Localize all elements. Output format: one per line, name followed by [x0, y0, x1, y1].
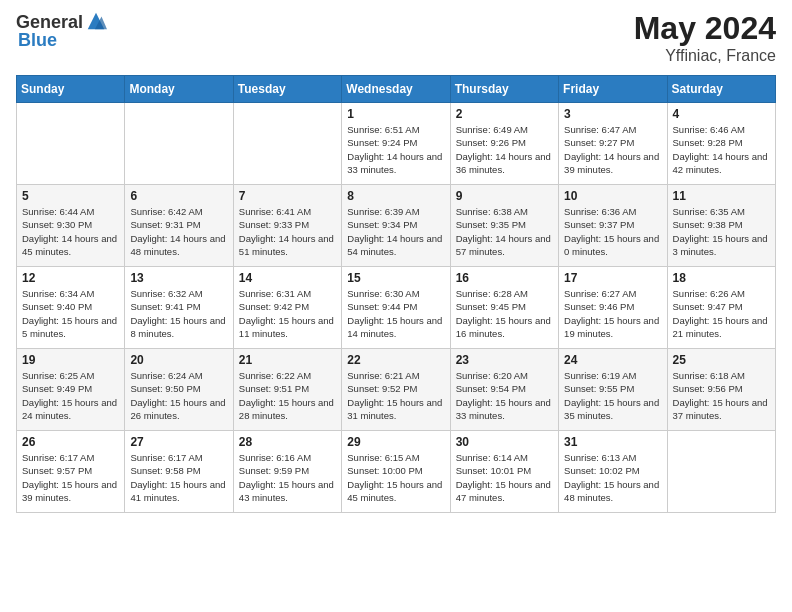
cell-date-number: 12: [22, 271, 119, 285]
cell-info: Sunrise: 6:38 AMSunset: 9:35 PMDaylight:…: [456, 205, 553, 258]
calendar-cell: [233, 103, 341, 185]
calendar-cell: 16Sunrise: 6:28 AMSunset: 9:45 PMDayligh…: [450, 267, 558, 349]
cell-date-number: 8: [347, 189, 444, 203]
cell-info: Sunrise: 6:24 AMSunset: 9:50 PMDaylight:…: [130, 369, 227, 422]
cell-date-number: 24: [564, 353, 661, 367]
calendar-cell: 19Sunrise: 6:25 AMSunset: 9:49 PMDayligh…: [17, 349, 125, 431]
cell-date-number: 27: [130, 435, 227, 449]
calendar-cell: 1Sunrise: 6:51 AMSunset: 9:24 PMDaylight…: [342, 103, 450, 185]
weekday-header-sunday: Sunday: [17, 76, 125, 103]
cell-date-number: 21: [239, 353, 336, 367]
calendar-cell: [125, 103, 233, 185]
cell-info: Sunrise: 6:36 AMSunset: 9:37 PMDaylight:…: [564, 205, 661, 258]
calendar-cell: 15Sunrise: 6:30 AMSunset: 9:44 PMDayligh…: [342, 267, 450, 349]
logo-blue-text: Blue: [18, 30, 57, 51]
cell-info: Sunrise: 6:17 AMSunset: 9:57 PMDaylight:…: [22, 451, 119, 504]
cell-date-number: 1: [347, 107, 444, 121]
cell-date-number: 13: [130, 271, 227, 285]
cell-info: Sunrise: 6:20 AMSunset: 9:54 PMDaylight:…: [456, 369, 553, 422]
cell-info: Sunrise: 6:35 AMSunset: 9:38 PMDaylight:…: [673, 205, 770, 258]
location-title: Yffiniac, France: [634, 47, 776, 65]
calendar-cell: 18Sunrise: 6:26 AMSunset: 9:47 PMDayligh…: [667, 267, 775, 349]
calendar-cell: 8Sunrise: 6:39 AMSunset: 9:34 PMDaylight…: [342, 185, 450, 267]
calendar-cell: 2Sunrise: 6:49 AMSunset: 9:26 PMDaylight…: [450, 103, 558, 185]
cell-info: Sunrise: 6:26 AMSunset: 9:47 PMDaylight:…: [673, 287, 770, 340]
cell-info: Sunrise: 6:44 AMSunset: 9:30 PMDaylight:…: [22, 205, 119, 258]
weekday-header-tuesday: Tuesday: [233, 76, 341, 103]
cell-info: Sunrise: 6:51 AMSunset: 9:24 PMDaylight:…: [347, 123, 444, 176]
calendar-cell: 29Sunrise: 6:15 AMSunset: 10:00 PMDaylig…: [342, 431, 450, 513]
logo-icon: [85, 10, 107, 32]
calendar-cell: 23Sunrise: 6:20 AMSunset: 9:54 PMDayligh…: [450, 349, 558, 431]
calendar-cell: 4Sunrise: 6:46 AMSunset: 9:28 PMDaylight…: [667, 103, 775, 185]
cell-info: Sunrise: 6:15 AMSunset: 10:00 PMDaylight…: [347, 451, 444, 504]
calendar-cell: 6Sunrise: 6:42 AMSunset: 9:31 PMDaylight…: [125, 185, 233, 267]
calendar-cell: 7Sunrise: 6:41 AMSunset: 9:33 PMDaylight…: [233, 185, 341, 267]
cell-info: Sunrise: 6:49 AMSunset: 9:26 PMDaylight:…: [456, 123, 553, 176]
calendar-cell: 21Sunrise: 6:22 AMSunset: 9:51 PMDayligh…: [233, 349, 341, 431]
cell-info: Sunrise: 6:22 AMSunset: 9:51 PMDaylight:…: [239, 369, 336, 422]
weekday-header-friday: Friday: [559, 76, 667, 103]
cell-date-number: 25: [673, 353, 770, 367]
cell-date-number: 23: [456, 353, 553, 367]
calendar-cell: 3Sunrise: 6:47 AMSunset: 9:27 PMDaylight…: [559, 103, 667, 185]
cell-info: Sunrise: 6:30 AMSunset: 9:44 PMDaylight:…: [347, 287, 444, 340]
cell-info: Sunrise: 6:27 AMSunset: 9:46 PMDaylight:…: [564, 287, 661, 340]
calendar-cell: 31Sunrise: 6:13 AMSunset: 10:02 PMDaylig…: [559, 431, 667, 513]
cell-date-number: 22: [347, 353, 444, 367]
cell-date-number: 9: [456, 189, 553, 203]
cell-date-number: 26: [22, 435, 119, 449]
calendar-cell: 20Sunrise: 6:24 AMSunset: 9:50 PMDayligh…: [125, 349, 233, 431]
calendar-cell: 17Sunrise: 6:27 AMSunset: 9:46 PMDayligh…: [559, 267, 667, 349]
cell-date-number: 6: [130, 189, 227, 203]
cell-info: Sunrise: 6:42 AMSunset: 9:31 PMDaylight:…: [130, 205, 227, 258]
calendar-cell: 13Sunrise: 6:32 AMSunset: 9:41 PMDayligh…: [125, 267, 233, 349]
cell-date-number: 29: [347, 435, 444, 449]
calendar-cell: 24Sunrise: 6:19 AMSunset: 9:55 PMDayligh…: [559, 349, 667, 431]
cell-date-number: 4: [673, 107, 770, 121]
calendar-cell: 5Sunrise: 6:44 AMSunset: 9:30 PMDaylight…: [17, 185, 125, 267]
cell-date-number: 16: [456, 271, 553, 285]
calendar-cell: 10Sunrise: 6:36 AMSunset: 9:37 PMDayligh…: [559, 185, 667, 267]
calendar-cell: 14Sunrise: 6:31 AMSunset: 9:42 PMDayligh…: [233, 267, 341, 349]
cell-info: Sunrise: 6:13 AMSunset: 10:02 PMDaylight…: [564, 451, 661, 504]
cell-info: Sunrise: 6:17 AMSunset: 9:58 PMDaylight:…: [130, 451, 227, 504]
week-row-1: 1Sunrise: 6:51 AMSunset: 9:24 PMDaylight…: [17, 103, 776, 185]
weekday-header-row: SundayMondayTuesdayWednesdayThursdayFrid…: [17, 76, 776, 103]
page: General Blue May 2024 Yffiniac, France S…: [0, 0, 792, 612]
cell-info: Sunrise: 6:34 AMSunset: 9:40 PMDaylight:…: [22, 287, 119, 340]
calendar-table: SundayMondayTuesdayWednesdayThursdayFrid…: [16, 75, 776, 513]
calendar-cell: 22Sunrise: 6:21 AMSunset: 9:52 PMDayligh…: [342, 349, 450, 431]
calendar-cell: 26Sunrise: 6:17 AMSunset: 9:57 PMDayligh…: [17, 431, 125, 513]
cell-date-number: 20: [130, 353, 227, 367]
calendar-cell: 25Sunrise: 6:18 AMSunset: 9:56 PMDayligh…: [667, 349, 775, 431]
cell-date-number: 28: [239, 435, 336, 449]
week-row-2: 5Sunrise: 6:44 AMSunset: 9:30 PMDaylight…: [17, 185, 776, 267]
weekday-header-saturday: Saturday: [667, 76, 775, 103]
cell-info: Sunrise: 6:21 AMSunset: 9:52 PMDaylight:…: [347, 369, 444, 422]
calendar-cell: [667, 431, 775, 513]
cell-date-number: 31: [564, 435, 661, 449]
cell-date-number: 19: [22, 353, 119, 367]
calendar-cell: 12Sunrise: 6:34 AMSunset: 9:40 PMDayligh…: [17, 267, 125, 349]
weekday-header-thursday: Thursday: [450, 76, 558, 103]
cell-date-number: 5: [22, 189, 119, 203]
calendar-cell: 30Sunrise: 6:14 AMSunset: 10:01 PMDaylig…: [450, 431, 558, 513]
calendar-cell: [17, 103, 125, 185]
cell-date-number: 10: [564, 189, 661, 203]
cell-info: Sunrise: 6:41 AMSunset: 9:33 PMDaylight:…: [239, 205, 336, 258]
calendar-cell: 27Sunrise: 6:17 AMSunset: 9:58 PMDayligh…: [125, 431, 233, 513]
calendar-cell: 11Sunrise: 6:35 AMSunset: 9:38 PMDayligh…: [667, 185, 775, 267]
header: General Blue May 2024 Yffiniac, France: [16, 10, 776, 65]
cell-date-number: 14: [239, 271, 336, 285]
week-row-3: 12Sunrise: 6:34 AMSunset: 9:40 PMDayligh…: [17, 267, 776, 349]
cell-info: Sunrise: 6:39 AMSunset: 9:34 PMDaylight:…: [347, 205, 444, 258]
weekday-header-wednesday: Wednesday: [342, 76, 450, 103]
week-row-4: 19Sunrise: 6:25 AMSunset: 9:49 PMDayligh…: [17, 349, 776, 431]
cell-date-number: 17: [564, 271, 661, 285]
cell-date-number: 2: [456, 107, 553, 121]
cell-info: Sunrise: 6:32 AMSunset: 9:41 PMDaylight:…: [130, 287, 227, 340]
cell-date-number: 15: [347, 271, 444, 285]
cell-info: Sunrise: 6:19 AMSunset: 9:55 PMDaylight:…: [564, 369, 661, 422]
title-block: May 2024 Yffiniac, France: [634, 10, 776, 65]
